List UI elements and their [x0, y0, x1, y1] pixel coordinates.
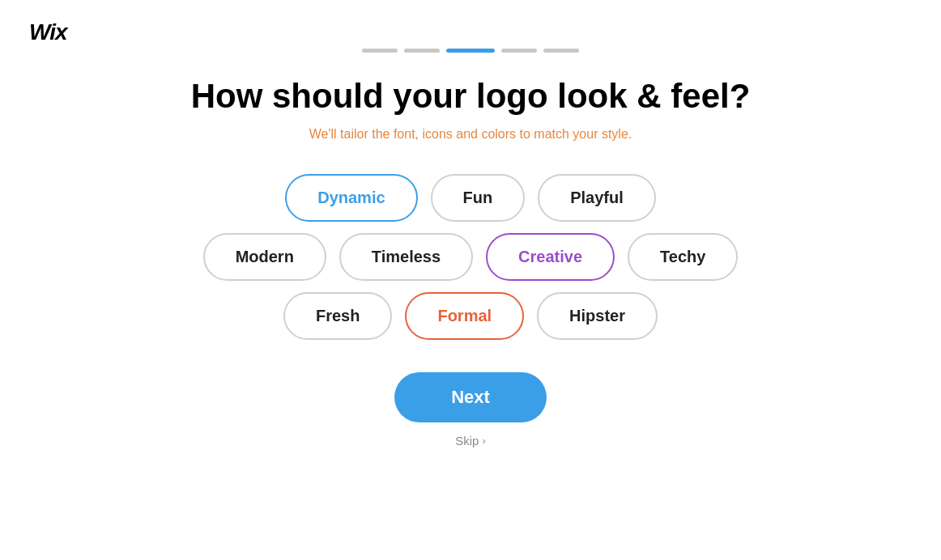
- options-row-2: Modern Timeless Creative Techy: [203, 233, 739, 281]
- options-container: Dynamic Fun Playful Modern Timeless Crea…: [203, 174, 739, 340]
- option-fun[interactable]: Fun: [431, 174, 526, 222]
- progress-segment-5: [543, 49, 579, 53]
- main-content: How should your logo look & feel? We'll …: [0, 77, 941, 448]
- progress-segment-3: [446, 49, 495, 53]
- option-techy[interactable]: Techy: [628, 233, 738, 281]
- option-fresh[interactable]: Fresh: [283, 292, 392, 340]
- skip-label: Skip: [455, 434, 479, 448]
- option-modern[interactable]: Modern: [203, 233, 326, 281]
- options-row-3: Fresh Formal Hipster: [283, 292, 658, 340]
- option-dynamic[interactable]: Dynamic: [285, 174, 417, 222]
- next-button[interactable]: Next: [394, 372, 547, 422]
- wix-logo: Wix: [29, 19, 67, 45]
- page-subtitle: We'll tailor the font, icons and colors …: [309, 127, 632, 142]
- progress-segment-4: [501, 49, 537, 53]
- option-playful[interactable]: Playful: [538, 174, 656, 222]
- option-timeless[interactable]: Timeless: [339, 233, 473, 281]
- progress-bar: [0, 40, 941, 53]
- option-hipster[interactable]: Hipster: [537, 292, 658, 340]
- page-title: How should your logo look & feel?: [191, 77, 751, 116]
- options-row-1: Dynamic Fun Playful: [285, 174, 656, 222]
- progress-segment-2: [404, 49, 440, 53]
- option-creative[interactable]: Creative: [486, 233, 615, 281]
- skip-chevron: ›: [482, 435, 485, 447]
- skip-link[interactable]: Skip ›: [455, 434, 486, 448]
- option-formal[interactable]: Formal: [405, 292, 524, 340]
- progress-segment-1: [362, 49, 398, 53]
